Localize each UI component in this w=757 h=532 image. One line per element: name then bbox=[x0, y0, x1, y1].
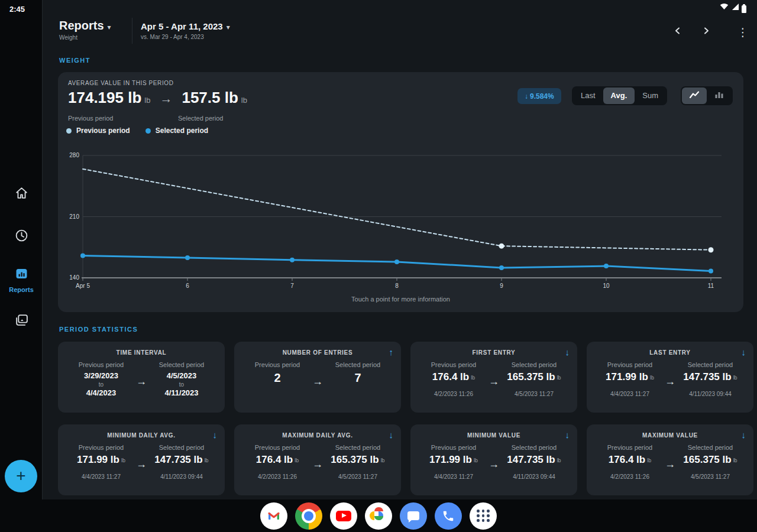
youtube-icon bbox=[330, 502, 357, 530]
stat-card-minimum-daily-avg: MINIMUM DAILY AVG.↓ Previous period171.9… bbox=[58, 424, 225, 495]
add-entry-fab[interactable]: + bbox=[5, 460, 37, 492]
dock-photos[interactable] bbox=[365, 502, 392, 530]
selected-timestamp: 4/11/2023 09:44 bbox=[147, 473, 216, 480]
previous-label: Previous period bbox=[419, 444, 489, 451]
status-time: 2:45 bbox=[9, 5, 25, 14]
arrow-down-icon: ↓ bbox=[525, 92, 528, 100]
date-range: Apr 5 - Apr 11, 2023 bbox=[141, 21, 223, 31]
kebab-menu-icon: ⋮ bbox=[737, 27, 749, 38]
reports-dropdown[interactable]: Reports▾ bbox=[59, 19, 111, 33]
previous-timestamp: 4/4/2023 11:27 bbox=[66, 473, 136, 480]
arrow-right-icon: → bbox=[665, 458, 675, 471]
svg-text:8: 8 bbox=[395, 283, 399, 289]
legend-dot bbox=[145, 128, 151, 134]
stat-card-minimum-value: MINIMUM VALUE↓ Previous period171.99 lbl… bbox=[410, 424, 577, 495]
page-subtitle: Weight bbox=[59, 34, 77, 41]
wifi-icon bbox=[719, 2, 729, 13]
section-label-period-statistics: PERIOD STATISTICS bbox=[59, 326, 138, 333]
chrome-icon bbox=[295, 502, 322, 530]
sidebar-item-history[interactable] bbox=[0, 228, 43, 245]
trend-up-icon: ↑ bbox=[389, 347, 394, 357]
chevron-down-icon: ▾ bbox=[108, 23, 111, 31]
previous-label: Previous period bbox=[66, 444, 136, 451]
page-title: Reports bbox=[59, 19, 104, 32]
selected-label: Selected period bbox=[323, 361, 393, 368]
sidebar-item-home[interactable] bbox=[0, 186, 43, 203]
selected-period-label: Selected period bbox=[178, 115, 223, 122]
arrow-right-icon: → bbox=[665, 375, 675, 388]
previous-timestamp: 4/4/2023 11:27 bbox=[419, 473, 489, 480]
line-chart-icon bbox=[688, 90, 700, 102]
dock-app-drawer[interactable] bbox=[470, 502, 497, 530]
stat-card-body: Previous period3/29/2023to4/4/2023→ Sele… bbox=[58, 356, 225, 398]
svg-text:6: 6 bbox=[186, 283, 189, 289]
legend-label: Previous period bbox=[76, 126, 130, 135]
previous-column: Previous period2 bbox=[242, 361, 312, 388]
selected-value-line: 4/5/2023 bbox=[147, 371, 216, 381]
agg-option-avg[interactable]: Avg. bbox=[603, 87, 635, 104]
stat-card-first-entry: FIRST ENTRY↓ Previous period176.4 lblb4/… bbox=[410, 342, 577, 413]
selected-timestamp: 4/11/2023 09:44 bbox=[499, 473, 569, 480]
dock-phone[interactable] bbox=[435, 502, 462, 530]
previous-column: Previous period171.99 lblb4/4/2023 11:27 bbox=[419, 444, 489, 480]
selected-value: 7 bbox=[323, 371, 393, 385]
stat-card-title: LAST ENTRY bbox=[587, 349, 753, 356]
svg-text:210: 210 bbox=[69, 213, 79, 220]
previous-value: 171.99 lblb bbox=[419, 454, 489, 466]
stat-card-last-entry: LAST ENTRY↓ Previous period171.99 lblb4/… bbox=[587, 342, 753, 413]
date-range-dropdown[interactable]: Apr 5 - Apr 11, 2023▾ bbox=[141, 21, 230, 32]
bar-chart-toggle[interactable] bbox=[707, 87, 732, 104]
agg-option-last[interactable]: Last bbox=[573, 87, 603, 104]
selected-label: Selected period bbox=[499, 361, 569, 368]
previous-label: Previous period bbox=[66, 361, 136, 368]
stat-card-title: NUMBER OF ENTRIES bbox=[234, 349, 401, 356]
chevron-right-icon bbox=[702, 27, 710, 37]
bar-chart-icon bbox=[714, 90, 724, 102]
arrow-right-icon: → bbox=[489, 458, 499, 471]
svg-text:280: 280 bbox=[69, 152, 79, 158]
dock-messages[interactable] bbox=[400, 502, 427, 530]
previous-value-line: 4/4/2023 bbox=[66, 388, 136, 398]
svg-text:10: 10 bbox=[603, 283, 610, 289]
sidebar-item-library[interactable] bbox=[0, 313, 43, 330]
chevron-left-icon bbox=[674, 27, 682, 37]
selected-value: 147.735 lblb bbox=[675, 371, 745, 383]
previous-label: Previous period bbox=[595, 361, 665, 368]
stat-card-title: MAXIMUM VALUE bbox=[587, 432, 753, 439]
agg-option-sum[interactable]: Sum bbox=[635, 87, 666, 104]
photos-icon bbox=[365, 502, 392, 530]
dock-gmail[interactable] bbox=[260, 502, 287, 530]
stat-card-title: MINIMUM VALUE bbox=[410, 432, 577, 439]
previous-column: Previous period176.4 lblb4/2/2023 11:26 bbox=[242, 444, 312, 480]
average-values: 174.195 lb lb → 157.5 lb lb bbox=[68, 89, 247, 107]
sidebar-item-reports[interactable]: Reports bbox=[0, 267, 43, 293]
trend-down-icon: ↓ bbox=[742, 347, 746, 357]
overflow-menu-button[interactable]: ⋮ bbox=[736, 25, 750, 39]
prev-period-button[interactable] bbox=[671, 25, 685, 39]
selected-column: Selected period147.735 lblb4/11/2023 09:… bbox=[147, 444, 216, 480]
selected-value: 165.375 lblb bbox=[499, 371, 569, 383]
dock-chrome[interactable] bbox=[295, 502, 322, 530]
arrow-right-icon: → bbox=[312, 458, 323, 471]
change-percent: 9.584% bbox=[530, 92, 554, 100]
previous-average-unit: lb bbox=[144, 96, 150, 105]
chart-legend: Previous period Selected period bbox=[66, 126, 208, 135]
selected-column: Selected period165.375 lblb4/5/2023 11:2… bbox=[499, 361, 569, 397]
previous-column: Previous period176.4 lblb4/2/2023 11:26 bbox=[419, 361, 489, 397]
previous-column: Previous period171.99 lblb4/4/2023 11:27 bbox=[66, 444, 136, 480]
legend-previous-period[interactable]: Previous period bbox=[66, 126, 130, 135]
phone-icon bbox=[435, 502, 462, 530]
selected-average-unit: lb bbox=[241, 96, 247, 105]
stat-card-maximum-daily-avg: MAXIMUM DAILY AVG.↓ Previous period176.4… bbox=[234, 424, 401, 495]
previous-column: Previous period171.99 lblb4/4/2023 11:27 bbox=[595, 361, 665, 397]
weight-line-chart[interactable]: 280210140Apr 567891011 bbox=[65, 147, 739, 292]
stat-card-title: MINIMUM DAILY AVG. bbox=[58, 432, 225, 439]
line-chart-toggle[interactable] bbox=[682, 87, 707, 104]
selected-average-value: 157.5 lb bbox=[182, 89, 238, 107]
legend-selected-period[interactable]: Selected period bbox=[145, 126, 208, 135]
selected-timestamp: 4/5/2023 11:27 bbox=[675, 473, 745, 480]
next-period-button[interactable] bbox=[699, 25, 713, 39]
previous-label: Previous period bbox=[419, 361, 489, 368]
dock-youtube[interactable] bbox=[330, 502, 357, 530]
chevron-down-icon: ▾ bbox=[227, 23, 230, 31]
